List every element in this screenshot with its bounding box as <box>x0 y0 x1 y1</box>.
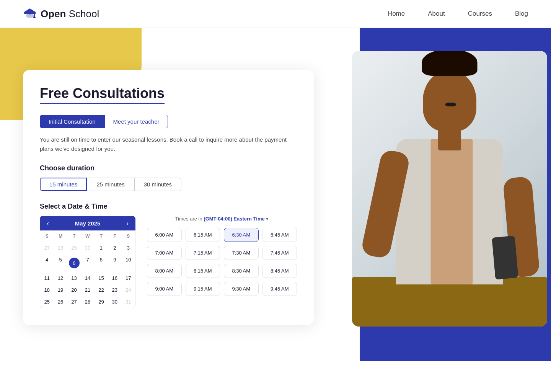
cal-cell[interactable]: 29 <box>95 296 108 308</box>
timezone-row: Times are in (GMT-04:00) Eastern Time ▾ <box>147 216 297 222</box>
cal-cell[interactable]: 29 <box>67 242 81 254</box>
day-label-t2: T <box>95 230 108 242</box>
calendar-prev[interactable]: ‹ <box>45 220 51 227</box>
cal-cell[interactable]: 23 <box>108 284 121 296</box>
cal-cell[interactable]: 8 <box>95 254 108 272</box>
time-slot-945am[interactable]: 9:45 AM <box>262 282 297 296</box>
cal-cell-selected[interactable]: 6 <box>69 258 80 268</box>
calendar-week-5: 25 26 27 28 29 30 31 <box>40 296 135 308</box>
cal-cell[interactable]: 22 <box>95 284 108 296</box>
time-slot-915am[interactable]: 9:15 AM <box>186 282 220 296</box>
time-grid: 6:00 AM 6:15 AM 6:30 AM 6:45 AM 7:00 AM … <box>147 228 297 296</box>
day-label-s2: S <box>122 230 135 242</box>
day-label-m: M <box>54 230 67 242</box>
cal-cell[interactable]: 30 <box>81 242 94 254</box>
day-label-w: W <box>81 230 94 242</box>
cal-cell[interactable]: 30 <box>108 296 121 308</box>
time-slot-715am[interactable]: 7:15 AM <box>186 246 220 260</box>
datetime-label: Select a Date & Time <box>40 203 297 211</box>
time-slot-800am[interactable]: 8:00 AM <box>147 264 182 278</box>
cal-cell[interactable]: 28 <box>81 296 94 308</box>
time-slot-630am[interactable]: 6:30 AM <box>224 228 259 242</box>
cal-cell[interactable]: 26 <box>54 296 67 308</box>
calendar-grid: S M T W T F S 27 28 29 30 1 <box>40 230 135 308</box>
cal-cell[interactable]: 1 <box>95 242 108 254</box>
cal-cell[interactable]: 24 <box>122 284 135 296</box>
timezone-chevron[interactable]: ▾ <box>266 216 269 222</box>
calendar-next[interactable]: › <box>125 220 130 227</box>
nav-blog[interactable]: Blog <box>515 10 528 18</box>
cal-cell[interactable]: 3 <box>122 242 135 254</box>
tab-initial-consultation[interactable]: Initial Consultation <box>40 115 104 128</box>
cal-cell[interactable]: 15 <box>95 272 108 284</box>
cal-cell[interactable]: 2 <box>108 242 121 254</box>
nav-home[interactable]: Home <box>388 10 405 18</box>
duration-15[interactable]: 15 minutes <box>40 178 87 191</box>
nav-courses[interactable]: Courses <box>468 10 492 18</box>
timezone-selector[interactable]: (GMT-04:00) Eastern Time <box>204 216 264 222</box>
time-slot-615am[interactable]: 6:15 AM <box>186 228 220 242</box>
calendar: ‹ May 2025 › S M T W T F S <box>40 216 135 308</box>
time-slot-930am[interactable]: 9:30 AM <box>224 282 259 296</box>
cal-cell[interactable]: 20 <box>67 284 81 296</box>
logo-icon <box>23 7 37 21</box>
cal-cell[interactable]: 28 <box>54 242 67 254</box>
hero-section: Free Consultations Initial Consultation … <box>0 28 551 365</box>
cal-cell[interactable]: 21 <box>81 284 94 296</box>
timezone-prefix: Times are in <box>175 216 202 222</box>
logo[interactable]: Open School <box>23 7 99 21</box>
cal-cell[interactable]: 16 <box>108 272 121 284</box>
cal-cell[interactable]: 19 <box>54 284 67 296</box>
cal-cell[interactable]: 11 <box>40 272 54 284</box>
cal-cell[interactable]: 31 <box>122 296 135 308</box>
logo-text: Open School <box>41 8 99 20</box>
day-label-f: F <box>108 230 121 242</box>
calendar-week-4: 18 19 20 21 22 23 24 <box>40 284 135 296</box>
tab-meet-teacher[interactable]: Meet your teacher <box>104 115 168 128</box>
time-slot-845am[interactable]: 8:45 AM <box>262 264 297 278</box>
consultation-card: Free Consultations Initial Consultation … <box>23 70 314 325</box>
time-slot-815am[interactable]: 8:15 AM <box>186 264 220 278</box>
nav-about[interactable]: About <box>428 10 445 18</box>
time-slot-745am[interactable]: 7:45 AM <box>262 246 297 260</box>
cal-cell[interactable]: 17 <box>122 272 135 284</box>
cal-cell[interactable]: 7 <box>81 254 94 272</box>
cal-cell[interactable]: 27 <box>40 242 54 254</box>
day-label-s1: S <box>40 230 54 242</box>
card-title: Free Consultations <box>40 85 165 104</box>
calendar-month: May 2025 <box>75 220 101 227</box>
cal-cell[interactable]: 14 <box>81 272 94 284</box>
calendar-week-2: 4 5 6 7 8 9 10 <box>40 254 135 272</box>
cal-cell[interactable]: 4 <box>40 254 54 272</box>
duration-30[interactable]: 30 minutes <box>134 178 181 191</box>
navbar: Open School Home About Courses Blog <box>0 0 551 28</box>
time-slot-645am[interactable]: 6:45 AM <box>262 228 297 242</box>
timeslots-panel: Times are in (GMT-04:00) Eastern Time ▾ … <box>147 216 297 296</box>
time-slot-730am[interactable]: 7:30 AM <box>224 246 259 260</box>
cal-cell[interactable]: 18 <box>40 284 54 296</box>
day-label-t1: T <box>67 230 81 242</box>
cal-cell[interactable]: 12 <box>54 272 67 284</box>
nav-links: Home About Courses Blog <box>388 10 528 18</box>
time-slot-830am[interactable]: 8:30 AM <box>224 264 259 278</box>
time-slot-600am[interactable]: 6:00 AM <box>147 228 182 242</box>
duration-25[interactable]: 25 minutes <box>87 178 134 191</box>
cal-cell[interactable]: 6 <box>67 254 81 272</box>
svg-rect-2 <box>34 12 35 17</box>
time-slot-900am[interactable]: 9:00 AM <box>147 282 182 296</box>
cal-cell[interactable]: 5 <box>54 254 67 272</box>
cal-cell[interactable]: 10 <box>122 254 135 272</box>
cal-cell[interactable]: 9 <box>108 254 121 272</box>
card-description: You are still on time to enter our seaso… <box>40 135 297 154</box>
calendar-day-labels: S M T W T F S <box>40 230 135 242</box>
time-slot-700am[interactable]: 7:00 AM <box>147 246 182 260</box>
datetime-row: ‹ May 2025 › S M T W T F S <box>40 216 297 308</box>
cal-cell[interactable]: 13 <box>67 272 81 284</box>
calendar-week-1: 27 28 29 30 1 2 3 <box>40 242 135 254</box>
cal-cell[interactable]: 27 <box>67 296 81 308</box>
cal-cell[interactable]: 25 <box>40 296 54 308</box>
calendar-header: ‹ May 2025 › <box>40 216 135 230</box>
duration-label: Choose duration <box>40 164 297 172</box>
calendar-week-3: 11 12 13 14 15 16 17 <box>40 272 135 284</box>
teacher-photo <box>352 51 547 327</box>
